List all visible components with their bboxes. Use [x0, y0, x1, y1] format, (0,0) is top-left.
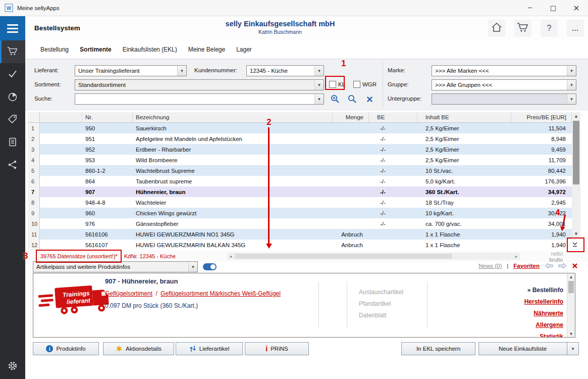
- netto-toggle[interactable]: netto: [522, 251, 563, 257]
- category-link[interactable]: Geflügelsortiment: [105, 290, 152, 297]
- tab-sortimente[interactable]: Sortimente: [80, 46, 112, 53]
- sidebar-item-check[interactable]: [0, 63, 25, 86]
- produktinfo-value: Artikelpass und weitere Produktinfos: [33, 264, 188, 270]
- scrollbar-thumb[interactable]: [235, 254, 452, 259]
- chevron-down-icon[interactable]: ▾: [314, 66, 324, 76]
- header-cart-button[interactable]: [514, 20, 531, 37]
- table-row[interactable]: 2951Apfelgelee mit Mandeln und Apfelstüc…: [28, 133, 572, 144]
- maximize-button[interactable]: □: [542, 0, 565, 16]
- home-button[interactable]: [488, 20, 505, 37]
- table-row[interactable]: 9960Chicken Wings gewürzt-/-10 kg/Kart.3…: [28, 208, 572, 218]
- clear-search-button[interactable]: [364, 94, 375, 104]
- scroll-up-icon[interactable]: ▲: [570, 273, 572, 280]
- column-header-nr[interactable]: Nr.: [82, 112, 133, 123]
- table-hscrollbar[interactable]: ◂ ▸: [227, 253, 520, 260]
- scroll-right-icon[interactable]: ▸: [513, 254, 520, 259]
- help-button[interactable]: ?: [541, 20, 558, 37]
- svg-text:W: W: [7, 6, 12, 11]
- tab-lager[interactable]: Lager: [236, 46, 252, 53]
- sidebar-item-tags[interactable]: [0, 109, 25, 131]
- more-button[interactable]: ...: [567, 20, 584, 37]
- inhalt-cell: ca. 700 g/vac.: [417, 218, 511, 229]
- table-row[interactable]: 6864Taubenbrust supreme-/-5,0 kg/Kart.17…: [28, 176, 572, 186]
- prev-article-button[interactable]: [545, 263, 553, 269]
- app-icon: W: [5, 4, 13, 12]
- prins-button[interactable]: i PRiNS: [245, 342, 309, 355]
- table-row[interactable]: 5860-1-2Wachtelbrust Supreme-/-10 St./va…: [28, 165, 572, 176]
- scrollbar-thumb[interactable]: [568, 281, 574, 293]
- neue-einkaufsliste-button[interactable]: Neue Einkaufsliste ▾: [478, 342, 579, 355]
- chevron-down-icon[interactable]: ▾: [177, 66, 186, 76]
- wgr-checkbox[interactable]: WGR: [353, 81, 377, 88]
- table-row[interactable]: 3952Erdbeer - Rharbarber-/-2,5 Kg/Eimer9…: [28, 144, 572, 155]
- search-input[interactable]: ▾: [75, 93, 324, 105]
- news-link[interactable]: News (0): [478, 263, 502, 269]
- close-button[interactable]: ×: [565, 0, 588, 16]
- tab-meine-belege[interactable]: Meine Belege: [188, 46, 225, 53]
- herstellerinfo-link[interactable]: Herstellerinfo: [524, 298, 563, 305]
- table-vscrollbar[interactable]: ▲ ▼: [572, 112, 580, 238]
- column-header-inhalt[interactable]: Inhalt BE: [417, 112, 511, 123]
- minimize-button[interactable]: ─: [518, 0, 542, 16]
- marke-select[interactable]: >>> Alle Marken <<< ▾: [432, 65, 576, 76]
- cart-icon: [7, 46, 18, 58]
- sidebar-item-catalog[interactable]: [0, 131, 25, 154]
- kl-checkbox[interactable]: KL: [329, 81, 345, 88]
- be-cell: -/-: [369, 155, 417, 165]
- column-header-be[interactable]: BE: [369, 112, 417, 123]
- scroll-up-icon[interactable]: ▲: [572, 112, 580, 120]
- table-row[interactable]: 10976Gänsestopfleber-/-ca. 700 g/vac.34,…: [28, 218, 572, 229]
- tab-bestellung[interactable]: Bestellung: [40, 46, 69, 53]
- chevron-down-icon[interactable]: ▾: [314, 94, 324, 104]
- favoriten-link[interactable]: Favoriten: [513, 263, 540, 269]
- aktionsdetails-button[interactable]: Aktionsdetails: [103, 342, 174, 355]
- bestellinfo-link[interactable]: » Bestellinfo: [527, 287, 563, 294]
- produktinfo-button[interactable]: i Produktinfo: [33, 342, 99, 355]
- table-row-selected[interactable]: 7907Hühnereier, braun-/-360 St./Kart.34,…: [28, 186, 572, 197]
- tab-einkaufslisten[interactable]: Einkaufslisten (EKL): [123, 46, 177, 53]
- column-header-preis[interactable]: Preis/BE [EUR]: [511, 112, 572, 123]
- scroll-down-icon[interactable]: ▼: [572, 230, 580, 238]
- info-panel-toggle[interactable]: [203, 263, 217, 270]
- naehrwerte-link[interactable]: Nährwerte: [533, 310, 563, 317]
- sidebar-item-cart[interactable]: [0, 40, 25, 63]
- scroll-down-icon[interactable]: ▼: [570, 330, 572, 337]
- next-article-button[interactable]: [558, 263, 567, 269]
- produktinfo-select[interactable]: Artikelpass und weitere Produktinfos ▾: [33, 261, 198, 272]
- chevron-down-icon[interactable]: ▾: [567, 66, 576, 76]
- menge-cell: [333, 186, 369, 197]
- search-button[interactable]: [347, 94, 357, 104]
- table-row[interactable]: 1950Sauerkirsch-/-2,5 Kg/Eimer11,504: [28, 123, 572, 133]
- gruppe-select[interactable]: >>> Alle Gruppen <<< ▾: [432, 79, 576, 90]
- category-link[interactable]: Geflügelsortiment Märkisches Weiß-Geflüg…: [161, 290, 281, 297]
- kundennummer-select[interactable]: 12345 - Küche ▾: [246, 65, 324, 76]
- search-plus-button[interactable]: [330, 94, 340, 104]
- table-row[interactable]: 115616106HUWEI GEWUERZMARIN NO1 345GAnbr…: [28, 229, 572, 240]
- scroll-to-end-button[interactable]: [569, 240, 580, 250]
- scroll-left-icon[interactable]: ◂: [227, 254, 234, 259]
- menu-button[interactable]: [0, 16, 25, 40]
- chevron-down-icon[interactable]: ▾: [188, 262, 197, 272]
- sortiment-select[interactable]: Standardsortiment ▾: [75, 79, 324, 90]
- column-header-menge[interactable]: Menge: [333, 112, 369, 123]
- chevron-down-icon[interactable]: ▾: [567, 343, 578, 355]
- nr-cell: 5616106: [82, 229, 133, 240]
- table-row[interactable]: 4953Wild Brombeere-/-2,5 Kg/Eimer11,709: [28, 155, 572, 165]
- in-ekl-speichern-button[interactable]: In EKL speichern: [401, 342, 475, 355]
- chevron-down-icon[interactable]: ▾: [567, 80, 576, 90]
- statistik-link[interactable]: Statistik: [540, 333, 563, 338]
- close-panel-button[interactable]: [572, 263, 578, 269]
- sidebar-item-settings[interactable]: [0, 355, 25, 378]
- column-header-bezeichnung[interactable]: Bezeichnung: [133, 112, 333, 123]
- table-row[interactable]: 8948-4-8Wachteleier-/-18 St./Tray2,945: [28, 197, 572, 208]
- sidebar-item-share[interactable]: [0, 154, 25, 177]
- panel-vscrollbar[interactable]: ▲ ▼: [567, 273, 575, 337]
- lieferartikel-button[interactable]: Lieferartikel: [176, 342, 243, 355]
- sidebar-item-statistics[interactable]: [0, 86, 25, 109]
- chevron-down-icon[interactable]: ▾: [314, 80, 324, 90]
- lieferant-select[interactable]: Unser Trainingslieferant ▾: [75, 65, 187, 76]
- table-row[interactable]: 125616107HUWEI GEWUERZMARIN BALKAN 345GA…: [28, 240, 572, 250]
- scrollbar-thumb[interactable]: [573, 121, 579, 184]
- bezeichnung-cell: Taubenbrust supreme: [133, 176, 333, 186]
- allergene-link[interactable]: Allergene: [536, 321, 563, 328]
